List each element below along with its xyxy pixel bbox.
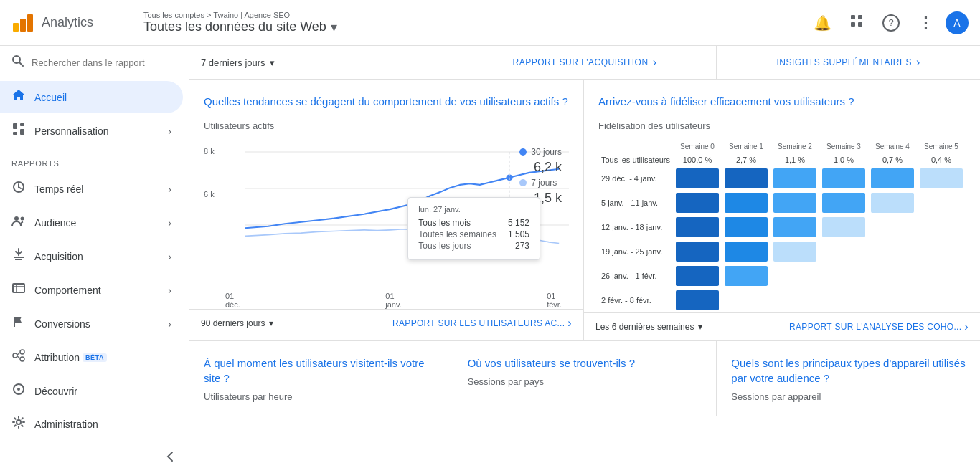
x-label-feb: 01févr. <box>547 292 562 309</box>
cohort-cell <box>771 239 819 264</box>
main-layout: Accueil Personnalisation › RAPPORTS Temp… <box>0 46 980 468</box>
notifications-button[interactable]: 🔔 <box>808 9 837 37</box>
legend-dot-30d <box>519 148 527 156</box>
comportement-icon <box>11 281 26 299</box>
cohort-cell <box>771 191 819 215</box>
cohort-row: 26 janv. - 1 févr. <box>598 264 966 288</box>
search-bar <box>0 46 189 80</box>
sidebar-label-acquisition: Acquisition <box>34 251 83 262</box>
active-users-chart: 8 k 6 k <box>204 140 569 283</box>
cohort-cell <box>868 239 917 264</box>
cohort-col-semaine2: Semaine 2 <box>771 140 819 153</box>
sidebar-label-conversions: Conversions <box>34 318 90 330</box>
tooltip-value-1: 5 152 <box>508 218 529 228</box>
cohort-cell <box>868 191 917 215</box>
sidebar-item-audience[interactable]: Audience › <box>0 206 183 239</box>
svg-point-29 <box>17 420 21 424</box>
cohort-cell <box>673 191 722 215</box>
svg-rect-5 <box>851 22 855 27</box>
tooltip-value-2: 1 505 <box>508 229 529 239</box>
svg-line-25 <box>17 353 20 355</box>
logo-area: Analytics <box>11 11 126 34</box>
svg-point-16 <box>14 216 19 221</box>
date-range-label: 7 derniers jours <box>201 57 265 68</box>
footer-chevron-down: ▾ <box>269 318 273 328</box>
cohort-cell <box>819 191 868 215</box>
chart-tooltip: lun. 27 janv. Tous les mois 5 152 Toutes… <box>407 197 540 260</box>
right-panel-footer-link[interactable]: RAPPORT SUR L'ANALYSE DES COHO... › <box>789 320 969 333</box>
svg-point-24 <box>20 357 24 361</box>
footer-date-selector-right[interactable]: Les 6 dernières semaines ▾ <box>595 322 702 332</box>
cohort-col-semaine5: Semaine 5 <box>917 140 966 153</box>
left-panel-footer: 90 derniers jours ▾ RAPPORT SUR LES UTIL… <box>189 309 583 337</box>
expand-arrow-acquisition: › <box>168 251 171 262</box>
panel-question-left: Quelles tendances se dégagent du comport… <box>204 94 569 109</box>
chart-title-right: Fidélisation des utilisateurs <box>598 120 966 131</box>
cohort-row: 12 janv. - 18 janv. <box>598 215 966 239</box>
tooltip-label-3: Tous les jours <box>418 241 471 251</box>
sidebar-item-administration[interactable]: Administration <box>0 408 183 440</box>
footer-date-selector-left[interactable]: 90 derniers jours ▾ <box>201 318 273 328</box>
search-input[interactable] <box>32 57 177 68</box>
cohort-cell <box>819 215 868 239</box>
more-button[interactable]: ⋮ <box>911 9 940 37</box>
account-dropdown-arrow: ▾ <box>331 19 337 35</box>
y-label-6k: 6 k <box>204 190 215 199</box>
sidebar-item-temps-reel[interactable]: Temps réel › <box>0 173 183 205</box>
sidebar-item-accueil[interactable]: Accueil <box>0 81 183 113</box>
cohort-row: 19 janv. - 25 janv. <box>598 239 966 264</box>
date-selector[interactable]: 7 derniers jours ▾ <box>189 47 453 78</box>
sidebar-item-attribution[interactable]: Attribution BÉTA <box>0 341 183 373</box>
left-panel-footer-link[interactable]: RAPPORT SUR LES UTILISATEURS AC... › <box>392 317 572 330</box>
sidebar-item-decouvrir[interactable]: Découvrir <box>0 375 183 407</box>
svg-rect-2 <box>27 14 33 32</box>
sidebar-label-temps-reel: Temps réel <box>34 183 83 195</box>
sidebar-label-accueil: Accueil <box>34 92 67 103</box>
insights-link[interactable]: INSIGHTS SUPPLÉMENTAIRES › <box>717 46 980 79</box>
sidebar-item-comportement[interactable]: Comportement › <box>0 274 183 306</box>
expand-arrow-personnalisation: › <box>168 125 171 137</box>
apps-button[interactable] <box>842 9 871 37</box>
panel-question-right: Arrivez-vous à fidéliser efficacement vo… <box>598 94 966 109</box>
account-selector[interactable]: Toutes les données du site Web ▾ <box>143 19 337 35</box>
sidebar-item-personnalisation[interactable]: Personnalisation › <box>0 115 183 147</box>
avatar[interactable]: A <box>946 11 969 34</box>
cohort-cell <box>819 264 868 288</box>
sidebar-label-decouvrir: Découvrir <box>34 386 77 397</box>
tooltip-date: lun. 27 janv. <box>418 205 529 214</box>
breadcrumb: Tous les comptes > Twaino | Agence SEO <box>143 11 337 19</box>
cohort-cell <box>722 215 771 239</box>
sidebar-item-acquisition[interactable]: Acquisition › <box>0 240 183 272</box>
cohort-cell <box>917 215 966 239</box>
cohort-col-header-empty <box>598 140 673 153</box>
chevron-right-icon-acquisition: › <box>653 56 657 69</box>
bottom-question-2: Quels sont les principaux types d'appare… <box>731 355 966 386</box>
svg-rect-12 <box>20 129 24 135</box>
bottom-subtitle-1: Sessions par pays <box>468 376 702 387</box>
tooltip-label-1: Tous les mois <box>418 218 471 228</box>
active-users-panel: Quelles tendances se dégagent du comport… <box>189 80 584 340</box>
sidebar-collapse-button[interactable] <box>0 441 189 468</box>
svg-line-8 <box>19 62 23 66</box>
svg-rect-6 <box>858 22 862 27</box>
sidebar-attribution-label: Attribution BÉTA <box>34 352 107 363</box>
help-button[interactable]: ? <box>877 9 905 37</box>
discover-icon <box>11 382 26 400</box>
cohort-cell <box>673 239 722 264</box>
cohort-cell <box>771 264 819 288</box>
cohort-cell <box>868 264 917 288</box>
retention-panel: Arrivez-vous à fidéliser efficacement vo… <box>584 80 980 340</box>
cohort-heatmap: Semaine 0 Semaine 1 Semaine 2 Semaine 3 … <box>598 140 966 312</box>
svg-rect-0 <box>13 23 19 32</box>
cohort-cell <box>819 239 868 264</box>
sidebar-item-conversions[interactable]: Conversions › <box>0 307 183 340</box>
settings-icon <box>11 415 26 433</box>
x-label-jan: 01janv. <box>385 292 401 309</box>
legend-value-30d: 6,2 k <box>519 160 562 175</box>
cohort-row: 29 déc. - 4 janv. <box>598 166 966 191</box>
dashboard-icon <box>11 122 26 140</box>
cohort-cell <box>673 264 722 288</box>
cohort-row: 2 févr. - 8 févr. <box>598 288 966 312</box>
svg-rect-3 <box>851 15 855 19</box>
acquisition-report-link[interactable]: RAPPORT SUR L'ACQUISITION › <box>453 46 717 79</box>
